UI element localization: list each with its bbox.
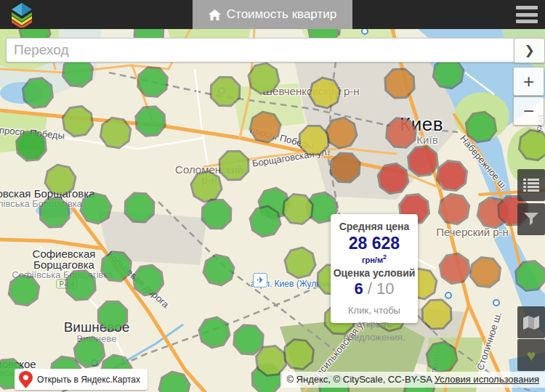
map-copyright: © Яндекс, © CityScale, CC-BY-SA Условия … [280, 372, 545, 388]
top-bar: Стоимость квартир [0, 0, 545, 29]
heart-icon: ♥ [527, 348, 536, 363]
app-logo-layers-icon[interactable] [7, 2, 36, 28]
filter-funnel-icon [524, 213, 538, 226]
list-view-button[interactable] [517, 169, 545, 201]
search-go-button[interactable]: ❯ [514, 38, 545, 63]
price-popup[interactable]: Средняя цена 28 628 грн/м2 Оценка услови… [331, 214, 418, 323]
page-title: Стоимость квартир [227, 7, 336, 22]
favorites-button[interactable]: ♥ [517, 339, 545, 371]
list-icon [523, 179, 539, 192]
menu-hamburger-icon[interactable] [516, 6, 538, 23]
rating-label: Оценка условий [331, 267, 418, 279]
home-icon [209, 9, 221, 20]
terms-of-use-link[interactable]: Условия использования [435, 374, 539, 385]
chevron-right-icon: ❯ [524, 43, 534, 58]
search-input[interactable] [6, 38, 516, 62]
title-block[interactable]: Стоимость квартир [193, 0, 352, 29]
map-canvas[interactable] [0, 29, 545, 392]
rating-value: 6 / 10 [331, 279, 418, 298]
zoom-in-button[interactable]: + [513, 67, 544, 96]
open-in-yandex-maps-link[interactable]: Открыть в Яндекс.Картах [15, 369, 148, 390]
airport-icon: ✈ [253, 273, 267, 287]
filter-button[interactable] [517, 203, 545, 235]
map-layers-button[interactable] [517, 306, 545, 338]
folded-map-icon [522, 315, 540, 330]
app-window: Шевченковский р-нСоломенскийр-нПечерский… [0, 0, 545, 392]
yandex-pin-icon [19, 371, 33, 388]
avg-price-value: 28 628 [331, 234, 418, 253]
popup-hint: Клик, чтобы открыть предложения. [331, 304, 418, 346]
avg-price-label: Средняя цена [331, 221, 418, 232]
price-unit: грн/м2 [331, 253, 418, 264]
zoom-out-button[interactable]: − [513, 97, 544, 126]
